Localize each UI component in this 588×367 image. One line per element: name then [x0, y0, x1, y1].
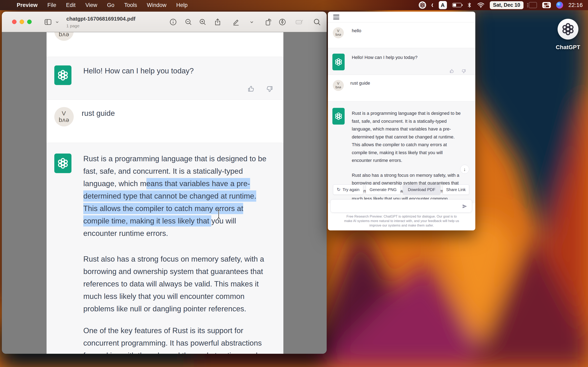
- thumbs-down-icon[interactable]: [461, 68, 466, 74]
- chatgpt-desktop-icon[interactable]: ChatGPT: [556, 19, 580, 50]
- chatgpt-window: V bʌə hello Hello! How can I help you to…: [328, 12, 475, 230]
- thumbs-up-icon[interactable]: [247, 85, 255, 93]
- rotate-icon[interactable]: [264, 18, 272, 26]
- menu-item-view[interactable]: View: [80, 2, 102, 8]
- sidebar-toggle-icon[interactable]: [44, 18, 52, 26]
- generate-png-button[interactable]: Generate PNG: [366, 184, 401, 195]
- text-line: language, which means that variables hav…: [352, 125, 461, 133]
- annotate-pen-icon[interactable]: [278, 18, 287, 26]
- download-pdf-button[interactable]: Download PDF: [403, 184, 440, 195]
- text-line: encounter runtime errors.: [83, 227, 267, 240]
- export-actions-row: ↻Try againGenerate PNGDownload PDFShare …: [328, 184, 475, 195]
- search-icon[interactable]: [313, 18, 321, 26]
- chatgpt-app-logo-icon: [558, 19, 579, 40]
- selected-text: determined type that cannot be changed a…: [83, 191, 256, 202]
- text-line: This allows the compiler to catch many e…: [83, 202, 267, 215]
- pdf-message-assistant-hello: Hello! How can I help you today?: [47, 57, 283, 100]
- siri-icon[interactable]: [556, 2, 563, 8]
- share-link-button[interactable]: Share Link: [443, 184, 469, 195]
- chat-message-user-hello: V bʌə hello: [328, 22, 475, 48]
- thumbs-down-icon[interactable]: [265, 85, 274, 93]
- text-line: fast, safe, and concurrent. It is a stat…: [83, 165, 267, 177]
- text-line: encounter runtime errors.: [352, 157, 461, 165]
- zoom-in-icon[interactable]: [199, 18, 207, 26]
- text-cursor: [216, 208, 221, 220]
- input-source-indicator[interactable]: A: [439, 1, 447, 9]
- menu-item-file[interactable]: File: [43, 2, 61, 8]
- text-line: Rust also has a strong focus on memory s…: [352, 171, 461, 179]
- wifi-icon[interactable]: [477, 2, 484, 8]
- text-line: language, which means that variables hav…: [83, 177, 267, 190]
- menubar-date[interactable]: Sat, Dec 10: [490, 1, 523, 9]
- chat-paragraph: Rust is a programming language that is d…: [352, 109, 461, 165]
- pdf-page[interactable]: V bʌə Hello! How can I help you today? V…: [47, 32, 283, 354]
- user-message-text: rust guide: [82, 109, 115, 118]
- pdf-viewer-background: V bʌə Hello! How can I help you today? V…: [2, 32, 327, 354]
- menu-item-window[interactable]: Window: [142, 2, 171, 8]
- thumbs-up-icon[interactable]: [449, 68, 454, 74]
- info-icon[interactable]: [169, 18, 177, 26]
- control-center-icon[interactable]: [542, 2, 551, 8]
- battery-icon[interactable]: [452, 3, 462, 7]
- screen-mirroring-icon[interactable]: [529, 2, 537, 8]
- document-title: chatgpt-1670681691904.pdf: [66, 16, 135, 22]
- retry-icon: ↻: [337, 187, 340, 192]
- menu-item-go[interactable]: Go: [102, 2, 119, 8]
- selected-text: compile time, making it less likely that: [83, 215, 211, 226]
- text-line: for working with threads, and these abst…: [83, 349, 267, 354]
- assistant-message-text: Hello! How can I help you today?: [83, 67, 194, 75]
- text-line: compile time, making it less likely that…: [83, 215, 267, 227]
- pdf-message-user-rust-guide: V bʌə rust guide: [47, 100, 283, 143]
- user-message-text: hello: [352, 28, 361, 33]
- text-line: concurrent programming. It has powerful …: [83, 337, 267, 349]
- scroll-to-bottom-button[interactable]: ↓: [460, 165, 469, 174]
- markup-pencil-icon[interactable]: [232, 18, 240, 26]
- preview-titlebar[interactable]: chatgpt-1670681691904.pdf 1 page: [2, 12, 327, 32]
- sidebar-chevron-down-icon[interactable]: [54, 18, 60, 26]
- chatgpt-menubar-icon[interactable]: [419, 1, 426, 9]
- text-line: One of the key features of Rust is its s…: [83, 324, 267, 337]
- chatgpt-avatar-icon: [54, 154, 71, 173]
- share-icon[interactable]: [213, 18, 222, 26]
- preview-window: chatgpt-1670681691904.pdf 1 page: [2, 12, 327, 354]
- text-line: Free Research Preview: ChatGPT is optimi…: [332, 214, 471, 218]
- text-line: Rust is a programming language that is d…: [83, 152, 267, 165]
- user-avatar: V bʌə: [54, 32, 74, 41]
- page-count: 1 page: [66, 24, 135, 28]
- text-line: Rust is a programming language that is d…: [352, 109, 461, 117]
- form-fill-icon[interactable]: [294, 18, 305, 26]
- send-icon[interactable]: [462, 204, 467, 209]
- user-avatar: V bʌə: [333, 27, 344, 38]
- apple-menu[interactable]: [7, 5, 12, 6]
- user-avatar: V bʌə: [333, 80, 344, 91]
- menubar-clock[interactable]: 22:16: [568, 2, 583, 8]
- chatgpt-avatar-icon: [332, 108, 345, 125]
- pdf-paragraph: Rust is a programming language that is d…: [83, 152, 267, 240]
- app-menu-preview[interactable]: Preview: [12, 2, 43, 8]
- text-line: determined type that cannot be changed a…: [83, 190, 267, 202]
- text-line: make AI systems more natural to interact…: [332, 218, 471, 223]
- menu-item-edit[interactable]: Edit: [61, 2, 81, 8]
- try-again-button[interactable]: ↻Try again: [333, 184, 363, 195]
- zoom-out-icon[interactable]: [184, 18, 193, 26]
- menu-hamburger-icon[interactable]: [333, 15, 339, 19]
- markup-chevron-down-icon[interactable]: [249, 18, 255, 26]
- assistant-message-text: Hello! How can I help you today?: [352, 55, 417, 60]
- menu-item-tools[interactable]: Tools: [119, 2, 142, 8]
- text-line: fast, safe, and concurrent. It is a stat…: [352, 117, 461, 125]
- chat-message-user-rust-guide: V bʌə rust guide: [328, 75, 475, 101]
- user-message-text: rust guide: [350, 81, 370, 86]
- back-chevron-icon[interactable]: ‹: [432, 0, 433, 9]
- message-input[interactable]: [330, 200, 472, 212]
- pdf-message-user-partial: V bʌə: [47, 32, 283, 57]
- close-button[interactable]: [12, 20, 17, 24]
- research-preview-disclaimer: Free Research Preview: ChatGPT is optimi…: [332, 214, 471, 227]
- zoom-button[interactable]: [27, 20, 32, 24]
- user-avatar: V bʌə: [54, 107, 74, 126]
- minimize-button[interactable]: [20, 20, 24, 24]
- text-line: borrowing and ownership system that guar…: [83, 265, 267, 278]
- bluetooth-icon[interactable]: [467, 2, 472, 8]
- text-line: much less likely that you will encounter…: [83, 290, 267, 303]
- chat-message-assistant-hello: Hello! How can I help you today?: [328, 48, 475, 75]
- menu-item-help[interactable]: Help: [171, 2, 192, 8]
